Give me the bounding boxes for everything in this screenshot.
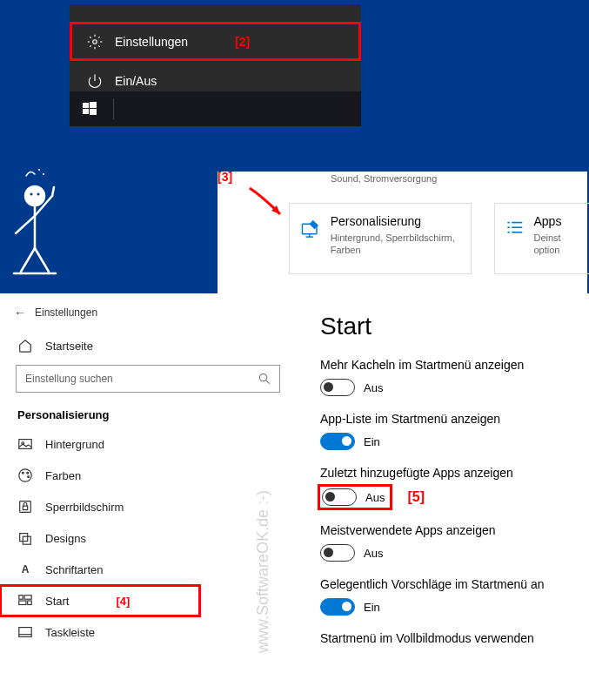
settings-label: Einstellungen: [115, 35, 188, 49]
toggle-suggestions[interactable]: [320, 598, 355, 616]
annotation-5: [5]: [407, 489, 425, 505]
svg-rect-4: [90, 109, 97, 115]
theme-icon: [17, 530, 33, 546]
search-input[interactable]: Einstellung suchen: [16, 365, 280, 393]
sidebar: ← Einstellungen Startseite Einstellung s…: [0, 293, 296, 700]
svg-line-11: [52, 187, 54, 196]
taskbar: [70, 91, 361, 126]
personalization-icon: [300, 216, 322, 242]
svg-rect-1: [83, 103, 89, 108]
apps-icon: [505, 216, 525, 240]
image-icon: [17, 436, 33, 452]
toggle-more-tiles[interactable]: [320, 379, 355, 396]
power-label: Ein/Aus: [115, 74, 157, 88]
stick-figure: [9, 165, 70, 279]
tile-subtitle: Hintergrund, Sperrbildschirm, Farben: [331, 232, 460, 257]
font-icon: A: [17, 562, 33, 577]
svg-point-26: [259, 374, 266, 380]
tile-title: Personalisierung: [331, 214, 460, 228]
svg-rect-41: [28, 601, 32, 605]
svg-point-15: [38, 169, 40, 171]
system-subtitle: Sound, Stromversorgung: [331, 173, 437, 184]
annotation-3: [3]: [218, 170, 232, 184]
window-title: ← Einstellungen: [0, 306, 296, 330]
svg-rect-37: [23, 536, 30, 544]
svg-rect-38: [19, 596, 23, 600]
option-more-tiles: Mehr Kacheln im Startmenü anzeigen Aus: [320, 358, 580, 396]
svg-rect-42: [19, 628, 31, 637]
nav-lockscreen[interactable]: Sperrbildschirm: [0, 491, 296, 522]
start-menu-panel: Einstellungen [2] Ein/Aus [1] [Windows-L…: [70, 4, 361, 126]
svg-point-31: [22, 472, 23, 474]
nav-start[interactable]: Start[4]: [0, 585, 200, 616]
home-nav-item[interactable]: Startseite: [0, 330, 296, 361]
toggle-recent-apps[interactable]: [322, 488, 357, 506]
watermark: www.SoftwareOK.de :-): [574, 490, 589, 653]
svg-rect-3: [83, 109, 89, 114]
svg-point-0: [93, 39, 97, 44]
svg-line-13: [35, 248, 49, 272]
option-recent-apps: Zuletzt hinzugefügte Apps anzeigen Aus […: [320, 466, 580, 508]
option-app-list: App-Liste im Startmenü anzeigen Ein: [320, 412, 580, 450]
page-heading: Start: [320, 313, 580, 340]
svg-rect-40: [19, 601, 26, 605]
start-icon: [17, 593, 33, 609]
svg-rect-35: [23, 506, 27, 510]
tile-title: Apps: [533, 214, 579, 228]
power-icon: [87, 73, 103, 89]
annotation-2: [2]: [235, 35, 250, 49]
svg-line-9: [16, 216, 35, 233]
nav-taskbar[interactable]: Taskleiste: [0, 616, 296, 648]
home-icon: [17, 338, 33, 353]
settings-menu-item[interactable]: Einstellungen [2]: [70, 22, 361, 61]
option-suggestions: Gelegentlich Vorschläge im Startmenü an …: [320, 577, 580, 616]
personalization-tile[interactable]: Personalisierung Hintergrund, Sperrbilds…: [289, 203, 472, 274]
svg-point-33: [28, 476, 30, 478]
apps-tile[interactable]: Apps Deinst option: [494, 203, 589, 274]
highlighted-toggle: Aus: [320, 487, 390, 508]
svg-rect-2: [90, 102, 97, 108]
svg-line-27: [266, 380, 270, 384]
settings-window: ← Einstellungen Startseite Einstellung s…: [0, 293, 589, 700]
svg-line-12: [21, 248, 35, 272]
svg-point-6: [30, 193, 33, 196]
nav-colors[interactable]: Farben: [0, 460, 296, 491]
settings-categories-panel: [3] Sound, Stromversorgung Personalisier…: [218, 172, 587, 293]
content-area: Start Mehr Kacheln im Startmenü anzeigen…: [296, 293, 589, 700]
option-most-used: Meistverwendete Apps anzeigen Aus: [320, 523, 580, 562]
nav-fonts[interactable]: ASchriftarten: [0, 554, 296, 585]
lock-icon: [17, 499, 33, 515]
nav-background[interactable]: Hintergrund: [0, 428, 296, 460]
tile-subtitle: Deinst option: [533, 232, 579, 257]
windows-icon: [83, 102, 97, 116]
svg-rect-28: [19, 440, 31, 449]
svg-rect-36: [20, 534, 28, 542]
watermark: www.SoftwareOK.de :-): [254, 490, 272, 653]
svg-rect-39: [24, 596, 31, 600]
palette-icon: [17, 468, 33, 483]
toggle-most-used[interactable]: [320, 544, 355, 562]
svg-point-30: [19, 469, 31, 481]
taskbar-icon: [17, 624, 33, 640]
search-icon: [258, 373, 271, 385]
annotation-4: [4]: [116, 595, 130, 608]
svg-point-16: [43, 173, 44, 175]
svg-point-32: [27, 472, 29, 474]
nav-themes[interactable]: Designs: [0, 522, 296, 554]
option-fullscreen: Startmenü im Vollbildmodus verwenden: [320, 631, 580, 645]
section-heading: Personalisierung: [0, 407, 296, 428]
toggle-app-list[interactable]: [320, 433, 355, 450]
windows-button[interactable]: [70, 91, 110, 126]
svg-point-5: [25, 186, 44, 205]
gear-icon: [87, 34, 103, 50]
arrow-icon: [245, 184, 293, 227]
divider: [113, 98, 114, 119]
svg-point-7: [37, 193, 40, 196]
